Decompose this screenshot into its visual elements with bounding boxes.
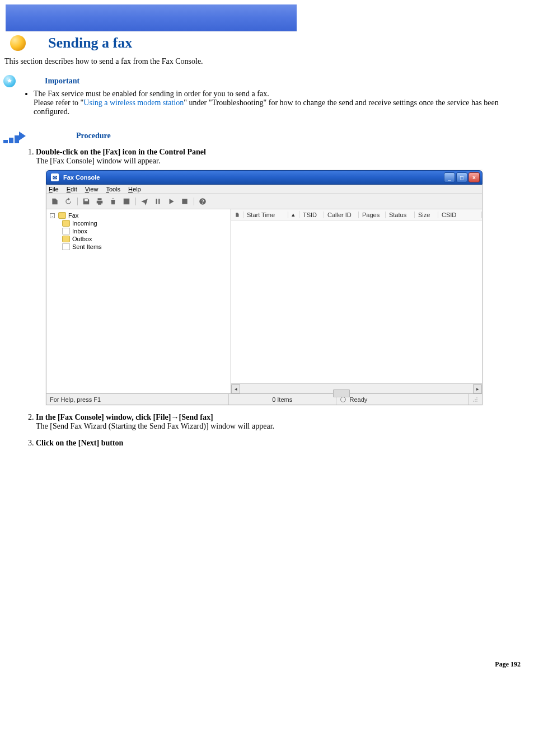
close-button[interactable]: × — [469, 172, 480, 182]
minimize-button[interactable]: _ — [444, 172, 455, 182]
scroll-thumb[interactable] — [333, 389, 350, 397]
outbox-folder-icon — [62, 236, 70, 242]
tb-prop-icon[interactable] — [120, 196, 133, 207]
important-icon — [3, 75, 16, 87]
step-2-head: In the [Fax Console] window, click [File… — [36, 413, 213, 421]
fax-console-window: ✉ Fax Console _ □ × File Edit View Tools… — [46, 170, 483, 405]
tree-fax-label: Fax — [68, 212, 78, 219]
col-sort-icon[interactable]: ▴ — [288, 211, 299, 218]
menu-edit[interactable]: Edit — [67, 186, 77, 192]
col-csid[interactable]: CSID — [438, 212, 482, 218]
status-ready-text: Ready — [350, 396, 368, 403]
important-refer-prefix: Please refer to " — [34, 98, 83, 107]
sent-folder-icon — [62, 243, 70, 250]
status-ready: Ready — [336, 394, 469, 405]
tree-fax-node[interactable]: - Fax — [50, 212, 227, 219]
fc-h-scrollbar[interactable]: ◂ ▸ — [231, 383, 482, 393]
step-1: Double-click on the [Fax] icon in the Co… — [36, 148, 534, 405]
important-bullet: The Fax service must be enabled for send… — [34, 90, 530, 116]
col-pages[interactable]: Pages — [359, 212, 386, 218]
col-caller-id[interactable]: Caller ID — [324, 212, 359, 218]
fc-title-text: Fax Console — [63, 174, 100, 181]
tree-outbox-label: Outbox — [72, 236, 92, 242]
tb-refresh-icon[interactable] — [62, 196, 74, 207]
intro-text: This section describes how to send a fax… — [4, 57, 530, 66]
fc-app-icon: ✉ — [51, 173, 59, 181]
tb-new-icon[interactable] — [49, 196, 61, 207]
col-doc-icon[interactable] — [231, 212, 243, 218]
svg-point-6 — [476, 397, 477, 398]
tree-inbox-node[interactable]: Inbox — [62, 227, 227, 235]
tb-save-icon[interactable] — [80, 196, 92, 207]
fc-menubar: File Edit View Tools Help — [46, 185, 483, 194]
page-footer: Page 192 — [0, 660, 521, 669]
tree-sent-label: Sent Items — [72, 243, 102, 250]
step-2: In the [Fax Console] window, click [File… — [36, 413, 534, 431]
scroll-right-icon[interactable]: ▸ — [473, 384, 482, 393]
important-line1: The Fax service must be enabled for send… — [34, 90, 269, 98]
tb-separator — [76, 196, 79, 207]
menu-file[interactable]: File — [49, 186, 59, 192]
tb-stop-icon[interactable] — [179, 196, 191, 207]
procedure-icon — [3, 129, 37, 143]
fax-folder-icon — [58, 212, 66, 219]
svg-point-1 — [476, 401, 477, 402]
incoming-folder-icon — [62, 220, 70, 227]
svg-point-0 — [340, 397, 345, 402]
svg-point-5 — [475, 399, 476, 400]
tree-inbox-label: Inbox — [72, 228, 87, 234]
wireless-modem-link[interactable]: Using a wireless modem station — [83, 98, 184, 107]
inbox-folder-icon — [62, 228, 70, 234]
procedure-heading: Procedure — [76, 132, 111, 140]
menu-help[interactable]: Help — [128, 186, 141, 192]
tree-sent-node[interactable]: Sent Items — [62, 243, 227, 251]
tree-incoming-label: Incoming — [72, 220, 97, 227]
scroll-left-icon[interactable]: ◂ — [231, 384, 240, 393]
fc-statusbar: For Help, press F1 0 Items Ready — [46, 394, 483, 405]
menu-tools[interactable]: Tools — [106, 186, 120, 192]
tb-separator — [192, 196, 195, 207]
col-start-time[interactable]: Start Time — [243, 212, 288, 218]
expand-toggle-icon[interactable]: - — [50, 213, 55, 218]
tb-resume-icon[interactable] — [165, 196, 177, 207]
status-items: 0 Items — [229, 394, 336, 405]
menu-view[interactable]: View — [85, 186, 99, 192]
fc-column-headers: Start Time ▴ TSID Caller ID Pages Status… — [231, 209, 482, 220]
tb-pause-icon[interactable] — [152, 196, 164, 207]
page-title: Sending a fax — [48, 35, 132, 51]
step-3: Click on the [Next] button — [36, 439, 534, 448]
fc-tree-pane: - Fax Incoming Inbox — [46, 209, 231, 393]
fc-list-body[interactable] — [231, 220, 482, 383]
tb-separator — [134, 196, 137, 207]
tb-help-icon[interactable] — [196, 196, 209, 207]
important-heading: Important — [45, 77, 79, 86]
fc-toolbar — [46, 194, 483, 209]
tb-delete-icon[interactable] — [107, 196, 119, 207]
tb-print-icon[interactable] — [93, 196, 106, 207]
section-bullet-icon — [10, 35, 26, 51]
step-2-body: The [Send Fax Wizard (Starting the Send … — [36, 422, 534, 431]
status-resize-grip-icon[interactable] — [469, 394, 482, 405]
col-status[interactable]: Status — [386, 212, 415, 218]
svg-point-2 — [475, 401, 476, 402]
top-gradient-band — [6, 4, 297, 31]
col-tsid[interactable]: TSID — [299, 212, 324, 218]
tb-send-icon[interactable] — [138, 196, 151, 207]
step-3-head: Click on the [Next] button — [36, 439, 123, 447]
step-1-body: The [Fax Console] window will appear. — [36, 157, 534, 166]
status-help: For Help, press F1 — [46, 394, 229, 405]
step-1-head: Double-click on the [Fax] icon in the Co… — [36, 148, 206, 156]
tree-outbox-node[interactable]: Outbox — [62, 235, 227, 243]
svg-point-4 — [473, 401, 474, 402]
maximize-button[interactable]: □ — [456, 172, 467, 182]
tree-incoming-node[interactable]: Incoming — [62, 219, 227, 227]
svg-point-3 — [476, 399, 477, 400]
fc-list-pane: Start Time ▴ TSID Caller ID Pages Status… — [231, 209, 482, 393]
fc-titlebar[interactable]: ✉ Fax Console _ □ × — [46, 170, 483, 185]
col-size[interactable]: Size — [415, 212, 438, 218]
